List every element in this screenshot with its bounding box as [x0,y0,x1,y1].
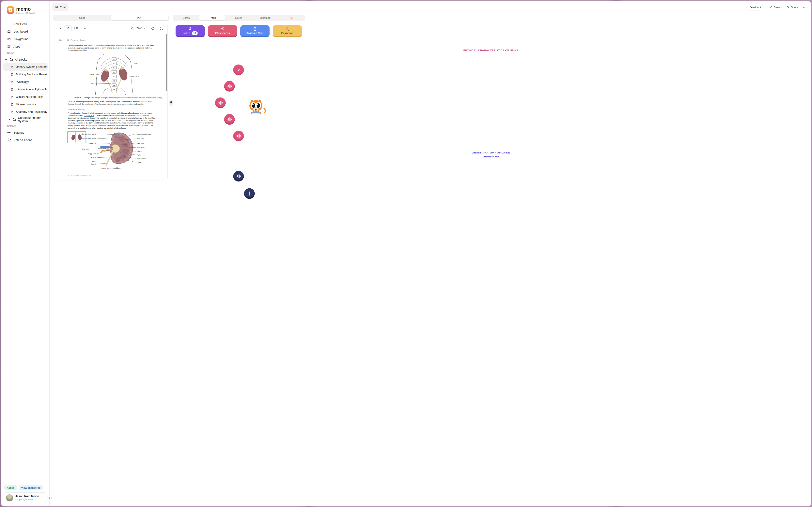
waveform-icon [236,174,241,178]
sidebar-folder-cardiopulmonary[interactable]: Cardiopulmonary System [1,116,49,123]
sidebar-item-label: All Decks [15,58,27,61]
section-title-gross-anatomy: GROSS ANATOMY OF URINE TRANSPORT [171,151,307,159]
practice-test-button[interactable]: Practice Test [240,25,269,36]
sidebar-item-playground[interactable]: Playground [1,35,49,43]
pdf-scrollbar[interactable] [166,34,167,91]
figure-label-ureter: Ureter [90,82,94,84]
figure-title: Left Kidney [112,167,120,169]
person-icon [285,27,289,31]
app-title: memo [16,6,35,11]
sidebar-deck-urinary-system[interactable]: Urinary System | Anatom... [3,63,48,71]
audio-node-button[interactable] [224,114,235,125]
page-total: / 38 [74,27,79,30]
decks-section-label: Decks [1,50,49,56]
figure-label: Cortex [137,162,141,163]
tab-chat[interactable]: Chat [53,15,111,20]
deck-label: Introduction to Python Pr... [16,88,48,91]
deck-label: Building Blocks of Proteins [16,73,48,76]
folder-icon [12,118,16,121]
figure-label-liver: Liver [135,62,138,64]
zoom-control[interactable]: 100% [131,27,145,30]
zoom-level: 100% [135,27,142,30]
sidebar-item-label: Dashboard [13,30,28,33]
settings-section-label: Settings [1,123,49,129]
sidebar-item-label: Apps [13,45,20,48]
figure-caption-text: The kidneys are slightly protected by th… [91,97,162,99]
page-number-input[interactable] [64,25,72,32]
sidebar-item-refer-friend[interactable]: Refer a Friend [1,136,49,144]
audio-node-play-button[interactable] [233,64,244,75]
sidebar-item-apps[interactable]: Apps [1,43,49,50]
audio-node-button[interactable] [233,130,244,141]
pdf-paragraph-1: called the renal fat pad, which in turn … [68,44,155,52]
flashcards-button[interactable]: Flashcards [208,25,237,36]
tab-pdf[interactable]: PDF [111,15,168,20]
audio-node-button[interactable] [244,188,255,193]
home-icon [7,30,11,33]
figure-label: Arcuate blood vessels [137,133,151,135]
figure-title: Kidneys [84,97,90,99]
chat-pdf-tabs: Chat PDF [53,15,169,21]
figure-label: Pyramid [137,151,142,152]
figure-label: Renal pelvis [137,147,145,148]
vertebra-label: L1 [113,71,115,73]
waveform-icon [227,84,232,89]
feynman-button[interactable]: Feynman [273,25,302,36]
vertebra-label: T10 [113,58,115,60]
sidebar-deck-anatomy-physiology[interactable]: Anatomy and Physiology [3,108,48,116]
pdf-section-heading: Internal Anatomy [68,108,167,111]
vertebra-label: T12 [113,67,115,69]
tab-cards[interactable]: Cards [173,15,199,20]
tab-track[interactable]: Track [199,15,225,20]
figure-label: Ureter [92,160,96,162]
search-icon [131,27,134,30]
pdf-footer: Access for free at openstax.org [68,174,167,176]
sidebar-deck-building-blocks[interactable]: Building Blocks of Proteins [3,71,48,78]
figure-25-7-caption: FIGURE 25.7KidneysThe kidneys are slight… [73,97,167,99]
chat-toggle-button[interactable]: Chat [52,3,68,11]
sidebar-deck-microeconomics[interactable]: Microeconomics [3,101,48,108]
figure-label: Major calyx [137,142,144,144]
pane-resize-handle[interactable] [169,100,173,106]
page-up-button[interactable] [84,27,87,30]
figure-25-8-illustration: Cortical blood vessels Interlobar blood … [67,131,156,166]
sidebar-item-label: New Deck [13,22,27,25]
sidebar-item-new-deck[interactable]: New Deck [1,20,49,27]
tab-mindmap[interactable]: Mindmap [252,15,278,20]
deck-label: Urinary System | Anatom... [16,65,48,68]
figure-label: FIGURE 25.8 [101,167,111,169]
figure-label: Cortical blood vessels [82,133,96,135]
apps-grid-icon [7,45,11,48]
waveform-icon [236,133,241,138]
vertebra-label: T11 [113,63,115,64]
learn-button[interactable]: Learn 17 [175,25,205,36]
sidebar-deck-python[interactable]: Introduction to Python Pr... [3,86,48,93]
sidebar-deck-pyscology[interactable]: Pyscology [3,78,48,86]
checkbox-icon [253,27,257,31]
sidebar-item-label: Settings [13,131,24,134]
fullscreen-icon[interactable] [160,26,163,30]
chevron-down-icon [143,27,145,30]
figure-label: Renal column [137,158,146,159]
logo[interactable]: memo (formerly PDF2Anki) [1,1,49,20]
sidebar-item-settings[interactable]: Settings [1,129,49,136]
sidebar-deck-clinical-nursing[interactable]: Clinical Nursing Skills [3,93,48,101]
sidebar-item-all-decks[interactable]: All Decks [1,56,49,63]
pdf-page[interactable]: 1118 25 • The Urinary System called the … [55,33,167,180]
audio-node-button[interactable] [215,98,226,108]
figure-label: Minor calyx [137,138,144,140]
pdf-paragraph-3: A frontal section through the kidney rev… [68,112,155,129]
tab-notes[interactable]: Notes [225,15,252,20]
audio-node-button[interactable] [233,171,244,181]
sidebar-item-dashboard[interactable]: Dashboard [1,27,49,35]
page-down-button[interactable] [59,27,62,30]
figure-label: Papilla [137,154,141,156]
section-title-physical-characteristics: ·PHYSICAL CHARACTERISTICS OF URINE· [171,49,307,52]
document-pane: Chat PDF / 38 100% [50,13,171,193]
tab-pdf-right[interactable]: PDF [278,15,305,20]
deck-label: Microeconomics [16,103,37,106]
figure-label: Capsule [91,163,96,165]
audio-node-button[interactable] [224,81,235,92]
user-plus-icon [7,138,11,142]
rotate-icon[interactable] [151,26,155,30]
